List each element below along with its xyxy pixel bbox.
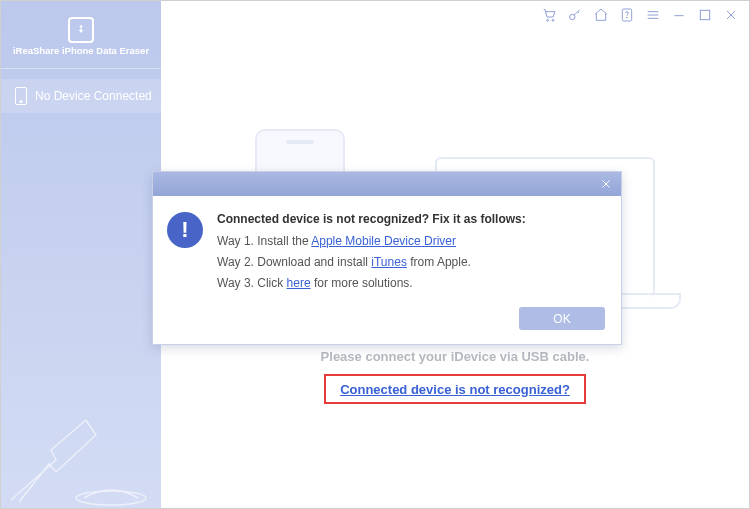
- way3-text: Way 3. Click: [217, 276, 287, 290]
- brand: iReaShare iPhone Data Eraser: [1, 1, 161, 69]
- sidebar: iReaShare iPhone Data Eraser No Device C…: [1, 1, 161, 509]
- svg-point-6: [76, 491, 146, 505]
- cart-icon[interactable]: [541, 7, 557, 23]
- way2-text: Way 2. Download and install: [217, 255, 371, 269]
- svg-point-2: [570, 14, 575, 19]
- sidebar-illustration: [1, 390, 161, 509]
- device-status-band: No Device Connected: [1, 79, 161, 113]
- close-icon[interactable]: [723, 7, 739, 23]
- fix-dialog: ! Connected device is not recognized? Fi…: [152, 171, 622, 345]
- dialog-way1: Way 1. Install the Apple Mobile Device D…: [217, 234, 603, 248]
- dialog-titlebar[interactable]: [153, 172, 621, 196]
- dialog-title: Connected device is not recognized? Fix …: [217, 212, 603, 226]
- exclamation-icon: !: [167, 212, 203, 248]
- way3-suffix: for more solutions.: [311, 276, 413, 290]
- way1-link[interactable]: Apple Mobile Device Driver: [311, 234, 456, 248]
- highlight-box: Connected device is not recognized?: [324, 374, 586, 404]
- minimize-icon[interactable]: [671, 7, 687, 23]
- menu-icon[interactable]: [645, 7, 661, 23]
- phone-outline-icon: [15, 87, 27, 105]
- svg-rect-5: [700, 10, 709, 19]
- key-icon[interactable]: [567, 7, 583, 23]
- not-recognized-link[interactable]: Connected device is not recognized?: [340, 382, 570, 397]
- way1-text: Way 1. Install the: [217, 234, 311, 248]
- dialog-content: Connected device is not recognized? Fix …: [217, 212, 603, 297]
- brand-icon: [68, 17, 94, 43]
- help-icon[interactable]: [619, 7, 635, 23]
- home-icon[interactable]: [593, 7, 609, 23]
- app-title: iReaShare iPhone Data Eraser: [13, 45, 149, 56]
- dialog-way3: Way 3. Click here for more solutions.: [217, 276, 603, 290]
- way2-link[interactable]: iTunes: [371, 255, 407, 269]
- svg-point-0: [547, 19, 549, 21]
- connect-prompt: Please connect your iDevice via USB cabl…: [161, 349, 749, 364]
- dialog-body: ! Connected device is not recognized? Fi…: [153, 196, 621, 307]
- svg-point-1: [552, 19, 554, 21]
- ok-button[interactable]: OK: [519, 307, 605, 330]
- way3-link[interactable]: here: [287, 276, 311, 290]
- device-status-text: No Device Connected: [35, 89, 152, 103]
- svg-point-4: [627, 17, 628, 18]
- maximize-icon[interactable]: [697, 7, 713, 23]
- dialog-footer: OK: [153, 307, 621, 344]
- way2-suffix: from Apple.: [407, 255, 471, 269]
- dialog-way2: Way 2. Download and install iTunes from …: [217, 255, 603, 269]
- dialog-close-icon[interactable]: [597, 175, 615, 193]
- connect-message: Please connect your iDevice via USB cabl…: [161, 349, 749, 404]
